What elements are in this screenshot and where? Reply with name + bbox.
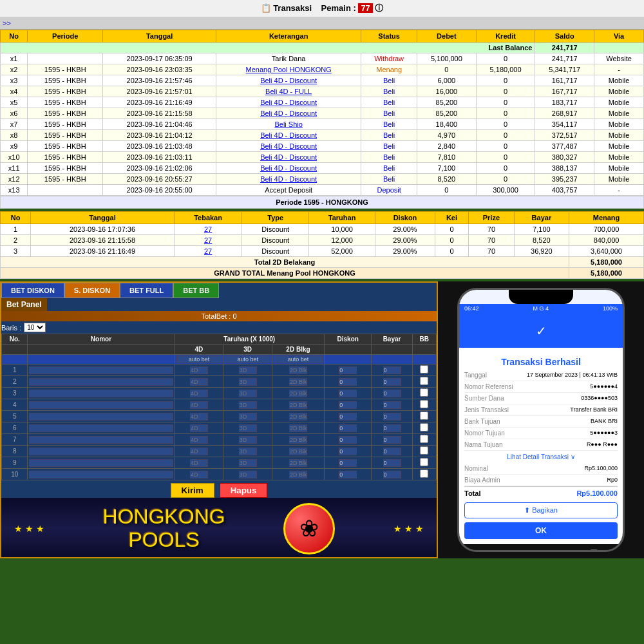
bet-bayar-input[interactable]: [383, 448, 401, 455]
bet-4d-input[interactable]: [190, 424, 208, 432]
cell-keterangan[interactable]: Beli 4D - FULL: [216, 86, 361, 97]
bet-4d-input[interactable]: [190, 471, 208, 478]
bet-bayar-input[interactable]: [383, 413, 401, 421]
bet-bb-checkbox[interactable]: [420, 377, 428, 385]
bet-2d-input[interactable]: [289, 471, 307, 478]
bet-bb-checkbox[interactable]: [420, 412, 428, 420]
cell-keterangan[interactable]: Beli 4D - Discount: [216, 141, 361, 152]
auto-bet-4d[interactable]: auto bet: [176, 355, 222, 363]
bet-bb-checkbox[interactable]: [420, 365, 428, 374]
bet-4d-input[interactable]: [190, 448, 208, 455]
bet-3d-input[interactable]: [239, 378, 257, 386]
bet-nomor-input[interactable]: [29, 390, 173, 397]
bet-2d-input[interactable]: [289, 436, 307, 444]
baris-select[interactable]: 1051520: [24, 323, 46, 332]
cell-keterangan[interactable]: Menang Pool HONGKONG: [216, 64, 361, 75]
bet-4d-input[interactable]: [190, 459, 208, 467]
nav-home-icon[interactable]: ○: [538, 547, 545, 550]
bet-4d-input[interactable]: [190, 378, 208, 386]
bet-nomor-input[interactable]: [29, 424, 173, 432]
bet-2d-input[interactable]: [289, 448, 307, 455]
bet-3d-input[interactable]: [239, 366, 257, 374]
bet-3d-input[interactable]: [239, 401, 257, 409]
hapus-button[interactable]: Hapus: [220, 483, 268, 498]
cell-tebakan[interactable]: 27: [174, 224, 242, 235]
bet-bb-checkbox[interactable]: [420, 423, 428, 431]
bet-3d-input[interactable]: [239, 471, 257, 478]
bet-nomor-input[interactable]: [29, 378, 173, 386]
bet-bayar-input[interactable]: [383, 471, 401, 478]
auto-bet-2d[interactable]: auto bet: [274, 355, 323, 363]
bet-diskon-input[interactable]: [339, 436, 357, 444]
phone-detail-link[interactable]: Lihat Detail Transaksi ∨: [464, 453, 618, 460]
tab-bet-bb[interactable]: BET BB: [173, 283, 219, 298]
cell-tebakan[interactable]: 27: [174, 235, 242, 246]
nav-recent-icon[interactable]: □: [591, 547, 598, 550]
bet-3d-input[interactable]: [239, 436, 257, 444]
cell-tebakan[interactable]: 27: [174, 246, 242, 257]
bet-nomor-input[interactable]: [29, 459, 173, 467]
cell-keterangan[interactable]: Beli 4D - Discount: [216, 174, 361, 185]
bet-bb-checkbox[interactable]: [420, 435, 428, 443]
bet-4d-input[interactable]: [190, 366, 208, 374]
bet-3d-input[interactable]: [239, 448, 257, 455]
nav-back-icon[interactable]: ◁: [485, 547, 493, 550]
bet-bb-checkbox[interactable]: [420, 458, 428, 466]
bet-diskon-input[interactable]: [339, 413, 357, 421]
bet-bayar-input[interactable]: [383, 436, 401, 444]
bet-2d-input[interactable]: [289, 413, 307, 421]
bet-diskon-input[interactable]: [339, 401, 357, 409]
bet-nomor-input[interactable]: [29, 448, 173, 455]
bet-diskon-input[interactable]: [339, 448, 357, 455]
bet-nomor-input[interactable]: [29, 436, 173, 444]
bet-nomor-input[interactable]: [29, 413, 173, 421]
bet-4d-input[interactable]: [190, 401, 208, 409]
bet-bayar-input[interactable]: [383, 390, 401, 397]
bet-4d-input[interactable]: [190, 436, 208, 444]
bet-2d-input[interactable]: [289, 459, 307, 467]
bet-diskon-input[interactable]: [339, 366, 357, 374]
cell-keterangan[interactable]: Beli 4D - Discount: [216, 75, 361, 86]
bet-3d-input[interactable]: [239, 413, 257, 421]
phone-ok-button[interactable]: OK: [464, 522, 618, 539]
bet-diskon-input[interactable]: [339, 471, 357, 478]
bet-bayar-input[interactable]: [383, 424, 401, 432]
bet-3d-input[interactable]: [239, 459, 257, 467]
cell-keterangan[interactable]: Beli 4D - Discount: [216, 130, 361, 141]
bet-4d-input[interactable]: [190, 413, 208, 421]
bet-2d-input[interactable]: [289, 366, 307, 374]
bet-bb-checkbox[interactable]: [420, 388, 428, 397]
bet-4d-input[interactable]: [190, 390, 208, 397]
bet-bayar-input[interactable]: [383, 366, 401, 374]
bet-bb-checkbox[interactable]: [420, 469, 428, 478]
cell-keterangan[interactable]: Beli 4D - Discount: [216, 163, 361, 174]
bet-2d-input[interactable]: [289, 424, 307, 432]
nav-back[interactable]: >>: [3, 19, 11, 27]
tab-bet-diskon[interactable]: BET DISKON: [1, 283, 64, 298]
tab-bet-full[interactable]: BET FULL: [120, 283, 173, 298]
bet-nomor-input[interactable]: [29, 471, 173, 478]
auto-bet-3d[interactable]: auto bet: [225, 355, 270, 363]
bet-nomor-input[interactable]: [29, 366, 173, 374]
cell-keterangan[interactable]: Beli Shio: [216, 119, 361, 130]
bet-bayar-input[interactable]: [383, 459, 401, 467]
bet-diskon-input[interactable]: [339, 378, 357, 386]
cell-keterangan[interactable]: Beli 4D - Discount: [216, 108, 361, 119]
cell-keterangan[interactable]: Beli 4D - Discount: [216, 152, 361, 163]
bet-bayar-input[interactable]: [383, 378, 401, 386]
phone-share-button[interactable]: ⬆ Bagikan: [464, 502, 618, 518]
bet-diskon-input[interactable]: [339, 459, 357, 467]
bet-2d-input[interactable]: [289, 378, 307, 386]
bet-2d-input[interactable]: [289, 401, 307, 409]
bet-diskon-input[interactable]: [339, 390, 357, 397]
bet-bayar-input[interactable]: [383, 401, 401, 409]
bet-bb-checkbox[interactable]: [420, 400, 428, 408]
bet-bb-checkbox[interactable]: [420, 446, 428, 455]
bet-nomor-input[interactable]: [29, 401, 173, 409]
bet-2d-input[interactable]: [289, 390, 307, 397]
bet-3d-input[interactable]: [239, 390, 257, 397]
kirim-button[interactable]: Kirim: [171, 483, 214, 498]
bet-diskon-input[interactable]: [339, 424, 357, 432]
bet-3d-input[interactable]: [239, 424, 257, 432]
tab-s-diskon[interactable]: S. DISKON: [64, 283, 120, 298]
